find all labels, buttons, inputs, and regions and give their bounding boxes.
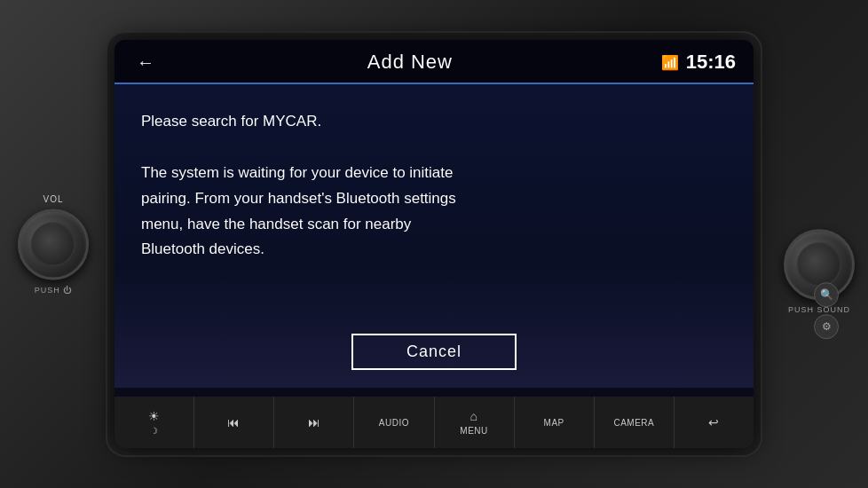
skip-back-button[interactable]: ⏮ [194,397,274,448]
vol-label: VOL [43,194,63,204]
message-line5: Bluetooth devices. [141,240,264,257]
back-nav-icon: ↩ [708,415,720,429]
time-display: 15:16 [686,51,736,74]
back-icon: ← [137,52,154,73]
menu-button[interactable]: ⌂ MENU [435,397,515,448]
map-button[interactable]: MAP [515,397,595,448]
message-line4: menu, have the handset scan for nearby [141,216,411,232]
top-right-icons: 🔍 ⚙ [814,282,839,339]
map-label: MAP [544,418,564,428]
bluetooth-icon: 📶 [661,54,679,71]
vol-knob[interactable] [18,209,89,280]
bottom-controls-bar: ☀ ☽ ⏮ ⏭ AUDIO ⌂ MENU MAP CAMERA [114,397,754,448]
cancel-button[interactable]: Cancel [351,334,517,370]
right-knob-area: 🔍 ⚙ PUSH SOUND [784,158,855,314]
small-icon-1[interactable]: 🔍 [814,282,839,307]
screen-title: Add New [367,51,453,74]
home-icon: ⌂ [470,409,478,423]
sound-knob-inner [797,242,841,287]
brightness-button[interactable]: ☀ ☽ [114,397,194,448]
audio-button[interactable]: AUDIO [354,397,434,448]
controls-row: ☀ ☽ ⏮ ⏭ AUDIO ⌂ MENU MAP CAMERA [114,397,754,448]
skip-forward-button[interactable]: ⏭ [274,397,354,448]
message-line3: pairing. From your handset's Bluetooth s… [141,190,456,207]
cancel-btn-container: Cancel [141,334,727,370]
skip-forward-icon: ⏭ [308,415,321,429]
skip-back-icon: ⏮ [227,415,241,429]
left-knob-area: VOL PUSH ⏻ [18,194,89,295]
push-power-label: PUSH ⏻ [35,286,73,295]
header-right: 📶 15:16 [661,51,736,74]
brightness-label: ☽ [150,426,159,436]
small-icon-2[interactable]: ⚙ [814,314,839,339]
back-button[interactable]: ← [132,49,159,75]
back-nav-button[interactable]: ↩ [675,397,754,448]
screen-content: Please search for MYCAR. The system is w… [114,84,754,388]
menu-label: MENU [460,426,487,436]
infotainment-screen: ← Add New 📶 15:16 Please search for MYCA… [114,40,754,448]
audio-label: AUDIO [379,418,409,428]
brightness-icon: ☀ [148,409,161,423]
screen-header: ← Add New 📶 15:16 [114,40,754,84]
camera-label: CAMERA [613,418,654,428]
camera-button[interactable]: CAMERA [595,397,675,448]
message-line1: Please search for MYCAR. [141,113,321,130]
message-line2: The system is waiting for your device to… [141,164,453,181]
vol-knob-inner [31,223,75,267]
screen-message: Please search for MYCAR. The system is w… [141,109,727,263]
